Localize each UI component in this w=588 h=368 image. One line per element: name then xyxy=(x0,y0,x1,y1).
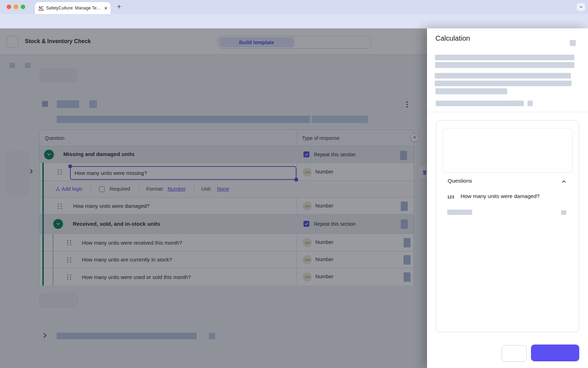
question-text[interactable]: How many units were received this month? xyxy=(82,240,182,246)
number-type-badge: 123 xyxy=(447,195,454,199)
tab-close-icon[interactable]: ✕ xyxy=(104,6,108,11)
question-row-selected[interactable]: 123 Number xyxy=(40,163,414,181)
repeat-section-checkbox[interactable] xyxy=(303,151,309,157)
toolbar-label-skeleton xyxy=(57,100,79,108)
collapsed-pages-panel[interactable] xyxy=(5,150,29,195)
window-zoom-button[interactable] xyxy=(21,5,25,9)
new-tab-button[interactable]: + xyxy=(117,2,121,11)
section-row[interactable]: Received, sold, and in-stock units Repea… xyxy=(40,214,414,234)
panel-icon-skeleton xyxy=(527,101,533,106)
format-value-link[interactable]: Number xyxy=(168,186,186,192)
drag-handle-icon[interactable] xyxy=(58,167,62,176)
calculation-panel: Calculation Questions 123 How many units… xyxy=(427,28,588,368)
response-type[interactable]: Number xyxy=(315,274,334,279)
breadcrumb-skeleton-1 xyxy=(9,63,15,68)
page-tab-skeleton[interactable] xyxy=(39,68,78,82)
response-type[interactable]: Number xyxy=(315,257,334,262)
save-button-skeleton[interactable] xyxy=(531,345,579,361)
add-logic-button[interactable]: Add logic xyxy=(62,186,83,192)
repeat-section-checkbox[interactable] xyxy=(303,221,309,227)
toolbar-icon-skeleton xyxy=(42,101,48,107)
question-row[interactable]: How many units were used or sold this mo… xyxy=(40,268,414,286)
column-divider xyxy=(297,251,297,268)
question-text[interactable]: How many units were damaged? xyxy=(73,203,149,209)
drag-handle-icon[interactable] xyxy=(67,255,71,264)
section-title[interactable]: Missing and damaged units xyxy=(63,151,134,157)
row-action-skeleton xyxy=(404,238,411,247)
row-action-skeleton xyxy=(401,219,408,229)
response-type[interactable]: Number xyxy=(315,203,334,209)
collapsed-section-chevron-icon[interactable] xyxy=(41,332,48,339)
chevron-up-icon[interactable] xyxy=(561,178,567,185)
drag-handle-icon[interactable] xyxy=(58,202,62,211)
panel-close-skeleton[interactable] xyxy=(570,40,576,46)
question-text-input[interactable] xyxy=(70,166,296,180)
options-divider xyxy=(139,186,139,192)
cancel-button-skeleton[interactable] xyxy=(502,345,527,362)
window-close-button[interactable] xyxy=(7,5,11,9)
table-header-row: Question Type of response xyxy=(40,130,414,146)
app-header: Stock & Inventory Check Build template xyxy=(0,28,427,55)
template-editor-main: Stock & Inventory Check Build template Q… xyxy=(0,28,427,368)
add-question-button[interactable]: + xyxy=(410,133,419,142)
number-type-icon: 123 xyxy=(303,202,312,211)
unit-value-link[interactable]: None xyxy=(217,186,229,192)
add-item-button-skeleton[interactable] xyxy=(39,293,78,307)
editor-mode-tabs: Build template xyxy=(217,36,371,49)
collapse-section-button[interactable] xyxy=(53,219,63,229)
selection-handle-end[interactable] xyxy=(294,178,298,182)
number-type-icon: 123 xyxy=(303,255,312,264)
browser-tab[interactable]: SC SafetyCulture: Manage Teams and… ✕ xyxy=(35,2,111,14)
expand-panel-chevron-icon[interactable] xyxy=(28,168,34,175)
unit-label: Unit: xyxy=(201,186,212,192)
question-row[interactable]: How many units were damaged? 123 Number xyxy=(40,198,414,214)
format-label: Format: xyxy=(146,186,164,192)
panel-label-skeleton xyxy=(436,101,524,106)
tab-title: SafetyCulture: Manage Teams and… xyxy=(46,6,103,11)
drag-handle-icon[interactable] xyxy=(67,272,71,281)
calculation-builder-card: Questions 123 How many units were damage… xyxy=(436,120,579,332)
column-divider xyxy=(297,268,297,286)
question-column-header: Question xyxy=(45,135,64,141)
question-option[interactable]: How many units were damaged? xyxy=(461,193,540,199)
panel-text-skeleton xyxy=(435,88,507,94)
required-checkbox[interactable] xyxy=(99,186,105,192)
drag-handle-icon[interactable] xyxy=(67,238,71,247)
chevron-down-icon xyxy=(47,152,51,157)
section-menu-kebab-icon[interactable] xyxy=(405,101,409,108)
collapsed-section-icon-skeleton xyxy=(209,333,215,339)
section-title[interactable]: Received, sold, and in-stock units xyxy=(73,221,160,227)
formula-input-area[interactable] xyxy=(442,128,573,173)
tab-search-button[interactable] xyxy=(577,3,585,11)
panel-divider xyxy=(427,112,588,112)
panel-text-skeleton xyxy=(435,73,571,79)
question-option-icon-skeleton xyxy=(561,210,566,215)
options-divider xyxy=(90,186,91,192)
section-indent-guide xyxy=(42,163,44,286)
nested-indent-guide xyxy=(52,233,54,286)
row-action-skeleton xyxy=(404,255,411,265)
question-text[interactable]: How many units are currently in stock? xyxy=(82,257,172,263)
number-type-icon: 123 xyxy=(303,272,312,281)
safetyculture-favicon: SC xyxy=(38,6,44,11)
column-divider xyxy=(297,198,297,214)
question-row[interactable]: How many units were received this month?… xyxy=(40,234,414,251)
template-logo-placeholder[interactable] xyxy=(7,36,19,48)
trash-icon xyxy=(422,170,427,176)
response-type[interactable]: Number xyxy=(315,169,334,175)
window-minimize-button[interactable] xyxy=(14,5,18,9)
row-action-skeleton xyxy=(401,202,408,211)
question-table: Question Type of response + Missing and … xyxy=(39,130,414,286)
number-type-icon: 123 xyxy=(303,238,312,247)
template-title: Stock & Inventory Check xyxy=(25,38,91,45)
question-text[interactable]: How many units were used or sold this mo… xyxy=(82,274,191,280)
breadcrumb-skeleton-2 xyxy=(25,63,30,68)
response-type[interactable]: Number xyxy=(315,239,334,245)
collapse-section-button[interactable] xyxy=(44,150,54,159)
required-label[interactable]: Required xyxy=(110,186,130,192)
section-row[interactable]: Missing and damaged units Repeat this se… xyxy=(40,146,414,163)
selection-handle-start[interactable] xyxy=(68,164,72,168)
question-row[interactable]: How many units are currently in stock? 1… xyxy=(40,251,414,268)
delete-question-button[interactable] xyxy=(419,166,427,179)
tab-build-template[interactable]: Build template xyxy=(219,37,294,47)
